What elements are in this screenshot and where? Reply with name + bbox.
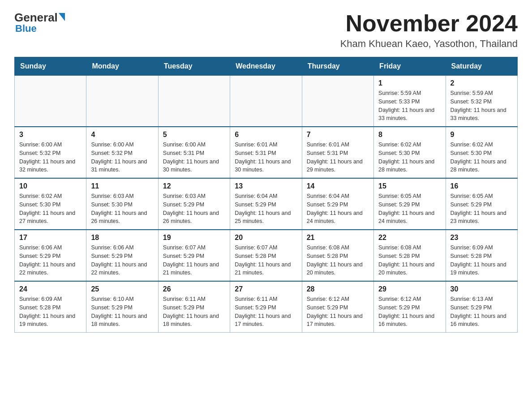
calendar-week-row: 10Sunrise: 6:02 AMSunset: 5:30 PMDayligh… bbox=[15, 178, 518, 230]
calendar-cell: 26Sunrise: 6:11 AMSunset: 5:29 PMDayligh… bbox=[158, 281, 230, 333]
day-info: Sunrise: 6:08 AMSunset: 5:28 PMDaylight:… bbox=[378, 244, 441, 277]
calendar-cell: 1Sunrise: 5:59 AMSunset: 5:33 PMDaylight… bbox=[374, 75, 446, 127]
calendar-week-row: 3Sunrise: 6:00 AMSunset: 5:32 PMDaylight… bbox=[15, 127, 518, 178]
day-info: Sunrise: 6:04 AMSunset: 5:29 PMDaylight:… bbox=[235, 192, 297, 226]
calendar-cell: 6Sunrise: 6:01 AMSunset: 5:31 PMDaylight… bbox=[230, 127, 302, 178]
calendar-cell: 25Sunrise: 6:10 AMSunset: 5:29 PMDayligh… bbox=[86, 281, 158, 333]
day-number: 2 bbox=[450, 79, 513, 87]
calendar-cell: 12Sunrise: 6:03 AMSunset: 5:29 PMDayligh… bbox=[158, 178, 230, 230]
day-info: Sunrise: 6:01 AMSunset: 5:31 PMDaylight:… bbox=[307, 141, 369, 174]
day-info: Sunrise: 6:12 AMSunset: 5:29 PMDaylight:… bbox=[307, 295, 369, 329]
logo: General Blue bbox=[14, 11, 65, 34]
calendar-cell: 2Sunrise: 5:59 AMSunset: 5:32 PMDaylight… bbox=[446, 75, 517, 127]
calendar-cell: 9Sunrise: 6:02 AMSunset: 5:30 PMDaylight… bbox=[446, 127, 517, 178]
calendar-cell: 19Sunrise: 6:07 AMSunset: 5:29 PMDayligh… bbox=[158, 230, 230, 281]
day-info: Sunrise: 6:00 AMSunset: 5:32 PMDaylight:… bbox=[19, 141, 82, 174]
day-of-week-header: Sunday bbox=[15, 57, 86, 75]
day-number: 6 bbox=[235, 131, 297, 139]
day-info: Sunrise: 6:06 AMSunset: 5:29 PMDaylight:… bbox=[19, 244, 82, 277]
day-number: 8 bbox=[378, 131, 441, 139]
day-number: 18 bbox=[91, 234, 153, 242]
calendar-cell: 4Sunrise: 6:00 AMSunset: 5:32 PMDaylight… bbox=[86, 127, 158, 178]
day-info: Sunrise: 6:03 AMSunset: 5:29 PMDaylight:… bbox=[163, 192, 225, 226]
header-area: General Blue November 2024 Kham Khuean K… bbox=[14, 11, 518, 50]
day-number: 24 bbox=[19, 285, 82, 293]
day-of-week-header: Thursday bbox=[302, 57, 373, 75]
day-number: 13 bbox=[235, 182, 297, 190]
calendar-cell: 7Sunrise: 6:01 AMSunset: 5:31 PMDaylight… bbox=[302, 127, 373, 178]
calendar-cell: 15Sunrise: 6:05 AMSunset: 5:29 PMDayligh… bbox=[374, 178, 446, 230]
day-of-week-header: Wednesday bbox=[230, 57, 302, 75]
day-number: 16 bbox=[450, 182, 513, 190]
calendar-week-row: 24Sunrise: 6:09 AMSunset: 5:28 PMDayligh… bbox=[15, 281, 518, 333]
calendar-cell: 3Sunrise: 6:00 AMSunset: 5:32 PMDaylight… bbox=[15, 127, 86, 178]
day-info: Sunrise: 6:10 AMSunset: 5:29 PMDaylight:… bbox=[91, 295, 153, 329]
day-of-week-header: Friday bbox=[374, 57, 446, 75]
day-info: Sunrise: 6:01 AMSunset: 5:31 PMDaylight:… bbox=[235, 141, 297, 174]
day-info: Sunrise: 6:02 AMSunset: 5:30 PMDaylight:… bbox=[19, 192, 82, 226]
calendar-cell: 18Sunrise: 6:06 AMSunset: 5:29 PMDayligh… bbox=[86, 230, 158, 281]
calendar-cell: 14Sunrise: 6:04 AMSunset: 5:29 PMDayligh… bbox=[302, 178, 373, 230]
month-title: November 2024 bbox=[340, 11, 518, 36]
day-number: 26 bbox=[163, 285, 225, 293]
calendar-cell bbox=[86, 75, 158, 127]
day-info: Sunrise: 6:08 AMSunset: 5:28 PMDaylight:… bbox=[307, 244, 369, 277]
calendar-week-row: 17Sunrise: 6:06 AMSunset: 5:29 PMDayligh… bbox=[15, 230, 518, 281]
calendar-cell: 20Sunrise: 6:07 AMSunset: 5:28 PMDayligh… bbox=[230, 230, 302, 281]
day-info: Sunrise: 6:05 AMSunset: 5:29 PMDaylight:… bbox=[378, 192, 441, 226]
day-info: Sunrise: 6:06 AMSunset: 5:29 PMDaylight:… bbox=[91, 244, 153, 277]
day-info: Sunrise: 6:09 AMSunset: 5:28 PMDaylight:… bbox=[19, 295, 82, 329]
day-info: Sunrise: 6:11 AMSunset: 5:29 PMDaylight:… bbox=[163, 295, 225, 329]
calendar-cell: 24Sunrise: 6:09 AMSunset: 5:28 PMDayligh… bbox=[15, 281, 86, 333]
day-number: 29 bbox=[378, 285, 441, 293]
day-number: 15 bbox=[378, 182, 441, 190]
day-number: 5 bbox=[163, 131, 225, 139]
calendar-cell: 8Sunrise: 6:02 AMSunset: 5:30 PMDaylight… bbox=[374, 127, 446, 178]
day-number: 30 bbox=[450, 285, 513, 293]
logo-blue: Blue bbox=[15, 23, 37, 34]
calendar-cell: 10Sunrise: 6:02 AMSunset: 5:30 PMDayligh… bbox=[15, 178, 86, 230]
day-info: Sunrise: 6:05 AMSunset: 5:29 PMDaylight:… bbox=[450, 192, 513, 226]
day-number: 28 bbox=[307, 285, 369, 293]
day-of-week-header: Tuesday bbox=[158, 57, 230, 75]
day-number: 3 bbox=[19, 131, 82, 139]
day-info: Sunrise: 6:00 AMSunset: 5:32 PMDaylight:… bbox=[91, 141, 153, 174]
title-area: November 2024 Kham Khuean Kaeo, Yasothon… bbox=[340, 11, 518, 50]
calendar-cell bbox=[15, 75, 86, 127]
calendar-cell: 29Sunrise: 6:12 AMSunset: 5:29 PMDayligh… bbox=[374, 281, 446, 333]
day-number: 27 bbox=[235, 285, 297, 293]
day-number: 4 bbox=[91, 131, 153, 139]
day-info: Sunrise: 6:09 AMSunset: 5:28 PMDaylight:… bbox=[450, 244, 513, 277]
day-info: Sunrise: 6:11 AMSunset: 5:29 PMDaylight:… bbox=[235, 295, 297, 329]
day-of-week-header: Monday bbox=[86, 57, 158, 75]
calendar-cell bbox=[158, 75, 230, 127]
day-info: Sunrise: 5:59 AMSunset: 5:32 PMDaylight:… bbox=[450, 89, 513, 123]
day-info: Sunrise: 6:12 AMSunset: 5:29 PMDaylight:… bbox=[378, 295, 441, 329]
logo-triangle-icon bbox=[59, 13, 65, 21]
day-number: 25 bbox=[91, 285, 153, 293]
day-info: Sunrise: 6:02 AMSunset: 5:30 PMDaylight:… bbox=[450, 141, 513, 174]
calendar-cell: 23Sunrise: 6:09 AMSunset: 5:28 PMDayligh… bbox=[446, 230, 517, 281]
day-info: Sunrise: 5:59 AMSunset: 5:33 PMDaylight:… bbox=[378, 89, 441, 123]
day-info: Sunrise: 6:00 AMSunset: 5:31 PMDaylight:… bbox=[163, 141, 225, 174]
day-number: 7 bbox=[307, 131, 369, 139]
calendar-cell: 11Sunrise: 6:03 AMSunset: 5:30 PMDayligh… bbox=[86, 178, 158, 230]
day-number: 9 bbox=[450, 131, 513, 139]
calendar-cell: 22Sunrise: 6:08 AMSunset: 5:28 PMDayligh… bbox=[374, 230, 446, 281]
location-title: Kham Khuean Kaeo, Yasothon, Thailand bbox=[340, 38, 518, 50]
day-of-week-header: Saturday bbox=[446, 57, 517, 75]
calendar-week-row: 1Sunrise: 5:59 AMSunset: 5:33 PMDaylight… bbox=[15, 75, 518, 127]
day-info: Sunrise: 6:04 AMSunset: 5:29 PMDaylight:… bbox=[307, 192, 369, 226]
day-number: 20 bbox=[235, 234, 297, 242]
day-number: 23 bbox=[450, 234, 513, 242]
day-info: Sunrise: 6:07 AMSunset: 5:29 PMDaylight:… bbox=[163, 244, 225, 277]
calendar-cell: 30Sunrise: 6:13 AMSunset: 5:29 PMDayligh… bbox=[446, 281, 517, 333]
calendar-cell: 28Sunrise: 6:12 AMSunset: 5:29 PMDayligh… bbox=[302, 281, 373, 333]
day-info: Sunrise: 6:07 AMSunset: 5:28 PMDaylight:… bbox=[235, 244, 297, 277]
day-number: 11 bbox=[91, 182, 153, 190]
day-number: 22 bbox=[378, 234, 441, 242]
day-number: 21 bbox=[307, 234, 369, 242]
calendar-cell bbox=[230, 75, 302, 127]
calendar-cell: 27Sunrise: 6:11 AMSunset: 5:29 PMDayligh… bbox=[230, 281, 302, 333]
day-number: 1 bbox=[378, 79, 441, 87]
